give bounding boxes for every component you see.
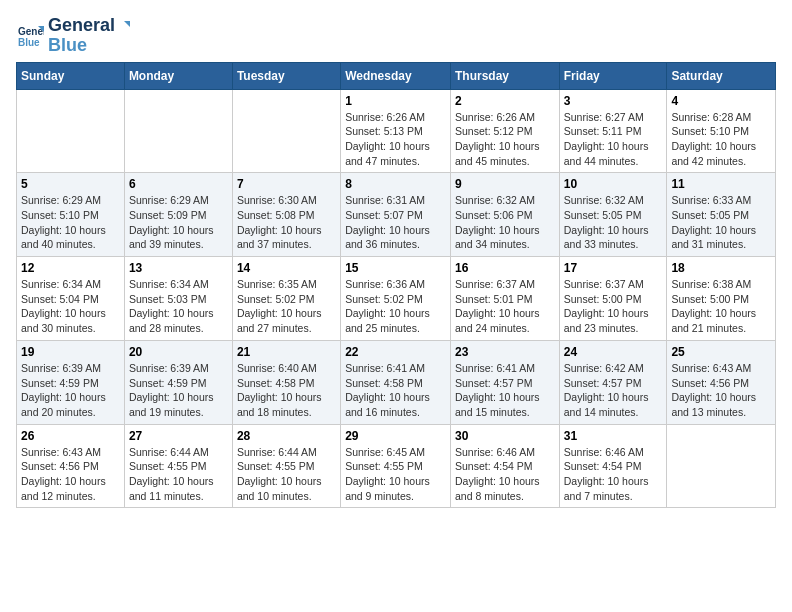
day-cell: 22Sunrise: 6:41 AMSunset: 4:58 PMDayligh…	[341, 340, 451, 424]
day-info: Sunrise: 6:29 AMSunset: 5:09 PMDaylight:…	[129, 193, 228, 252]
day-info: Sunrise: 6:46 AMSunset: 4:54 PMDaylight:…	[455, 445, 555, 504]
header-monday: Monday	[124, 62, 232, 89]
day-cell: 12Sunrise: 6:34 AMSunset: 5:04 PMDayligh…	[17, 257, 125, 341]
day-cell: 21Sunrise: 6:40 AMSunset: 4:58 PMDayligh…	[232, 340, 340, 424]
calendar: SundayMondayTuesdayWednesdayThursdayFrid…	[16, 62, 776, 509]
day-cell: 7Sunrise: 6:30 AMSunset: 5:08 PMDaylight…	[232, 173, 340, 257]
day-cell	[17, 89, 125, 173]
day-number: 8	[345, 177, 446, 191]
day-number: 2	[455, 94, 555, 108]
day-cell: 23Sunrise: 6:41 AMSunset: 4:57 PMDayligh…	[450, 340, 559, 424]
page-header: General Blue General Blue	[16, 16, 776, 56]
week-row-5: 26Sunrise: 6:43 AMSunset: 4:56 PMDayligh…	[17, 424, 776, 508]
day-number: 23	[455, 345, 555, 359]
day-info: Sunrise: 6:33 AMSunset: 5:05 PMDaylight:…	[671, 193, 771, 252]
day-number: 20	[129, 345, 228, 359]
week-row-1: 1Sunrise: 6:26 AMSunset: 5:13 PMDaylight…	[17, 89, 776, 173]
day-cell: 19Sunrise: 6:39 AMSunset: 4:59 PMDayligh…	[17, 340, 125, 424]
day-info: Sunrise: 6:31 AMSunset: 5:07 PMDaylight:…	[345, 193, 446, 252]
day-cell: 3Sunrise: 6:27 AMSunset: 5:11 PMDaylight…	[559, 89, 667, 173]
day-info: Sunrise: 6:26 AMSunset: 5:12 PMDaylight:…	[455, 110, 555, 169]
week-row-2: 5Sunrise: 6:29 AMSunset: 5:10 PMDaylight…	[17, 173, 776, 257]
day-number: 13	[129, 261, 228, 275]
day-cell: 31Sunrise: 6:46 AMSunset: 4:54 PMDayligh…	[559, 424, 667, 508]
day-cell: 25Sunrise: 6:43 AMSunset: 4:56 PMDayligh…	[667, 340, 776, 424]
day-info: Sunrise: 6:44 AMSunset: 4:55 PMDaylight:…	[237, 445, 336, 504]
day-info: Sunrise: 6:43 AMSunset: 4:56 PMDaylight:…	[21, 445, 120, 504]
svg-text:Blue: Blue	[18, 37, 40, 48]
day-number: 24	[564, 345, 663, 359]
logo-icon: General Blue	[16, 22, 44, 50]
day-info: Sunrise: 6:30 AMSunset: 5:08 PMDaylight:…	[237, 193, 336, 252]
day-info: Sunrise: 6:37 AMSunset: 5:01 PMDaylight:…	[455, 277, 555, 336]
day-cell: 28Sunrise: 6:44 AMSunset: 4:55 PMDayligh…	[232, 424, 340, 508]
day-cell: 26Sunrise: 6:43 AMSunset: 4:56 PMDayligh…	[17, 424, 125, 508]
logo-text: General Blue	[48, 16, 130, 56]
calendar-header-row: SundayMondayTuesdayWednesdayThursdayFrid…	[17, 62, 776, 89]
day-number: 15	[345, 261, 446, 275]
day-info: Sunrise: 6:32 AMSunset: 5:05 PMDaylight:…	[564, 193, 663, 252]
day-info: Sunrise: 6:37 AMSunset: 5:00 PMDaylight:…	[564, 277, 663, 336]
header-friday: Friday	[559, 62, 667, 89]
day-cell: 10Sunrise: 6:32 AMSunset: 5:05 PMDayligh…	[559, 173, 667, 257]
day-number: 14	[237, 261, 336, 275]
day-cell: 30Sunrise: 6:46 AMSunset: 4:54 PMDayligh…	[450, 424, 559, 508]
header-thursday: Thursday	[450, 62, 559, 89]
day-cell: 20Sunrise: 6:39 AMSunset: 4:59 PMDayligh…	[124, 340, 232, 424]
day-cell: 11Sunrise: 6:33 AMSunset: 5:05 PMDayligh…	[667, 173, 776, 257]
day-number: 17	[564, 261, 663, 275]
header-sunday: Sunday	[17, 62, 125, 89]
day-number: 19	[21, 345, 120, 359]
day-number: 22	[345, 345, 446, 359]
day-info: Sunrise: 6:39 AMSunset: 4:59 PMDaylight:…	[129, 361, 228, 420]
day-info: Sunrise: 6:38 AMSunset: 5:00 PMDaylight:…	[671, 277, 771, 336]
day-number: 11	[671, 177, 771, 191]
day-number: 16	[455, 261, 555, 275]
day-info: Sunrise: 6:28 AMSunset: 5:10 PMDaylight:…	[671, 110, 771, 169]
day-number: 29	[345, 429, 446, 443]
day-cell	[667, 424, 776, 508]
day-cell: 27Sunrise: 6:44 AMSunset: 4:55 PMDayligh…	[124, 424, 232, 508]
day-cell: 2Sunrise: 6:26 AMSunset: 5:12 PMDaylight…	[450, 89, 559, 173]
week-row-3: 12Sunrise: 6:34 AMSunset: 5:04 PMDayligh…	[17, 257, 776, 341]
day-cell: 15Sunrise: 6:36 AMSunset: 5:02 PMDayligh…	[341, 257, 451, 341]
day-number: 10	[564, 177, 663, 191]
day-cell: 29Sunrise: 6:45 AMSunset: 4:55 PMDayligh…	[341, 424, 451, 508]
day-info: Sunrise: 6:46 AMSunset: 4:54 PMDaylight:…	[564, 445, 663, 504]
day-cell: 6Sunrise: 6:29 AMSunset: 5:09 PMDaylight…	[124, 173, 232, 257]
day-number: 28	[237, 429, 336, 443]
day-number: 5	[21, 177, 120, 191]
day-cell: 8Sunrise: 6:31 AMSunset: 5:07 PMDaylight…	[341, 173, 451, 257]
day-info: Sunrise: 6:29 AMSunset: 5:10 PMDaylight:…	[21, 193, 120, 252]
day-info: Sunrise: 6:26 AMSunset: 5:13 PMDaylight:…	[345, 110, 446, 169]
day-number: 26	[21, 429, 120, 443]
week-row-4: 19Sunrise: 6:39 AMSunset: 4:59 PMDayligh…	[17, 340, 776, 424]
day-info: Sunrise: 6:35 AMSunset: 5:02 PMDaylight:…	[237, 277, 336, 336]
day-number: 30	[455, 429, 555, 443]
day-cell: 16Sunrise: 6:37 AMSunset: 5:01 PMDayligh…	[450, 257, 559, 341]
day-cell: 5Sunrise: 6:29 AMSunset: 5:10 PMDaylight…	[17, 173, 125, 257]
logo: General Blue General Blue	[16, 16, 130, 56]
day-cell: 4Sunrise: 6:28 AMSunset: 5:10 PMDaylight…	[667, 89, 776, 173]
day-cell: 1Sunrise: 6:26 AMSunset: 5:13 PMDaylight…	[341, 89, 451, 173]
svg-marker-4	[124, 21, 130, 27]
day-cell: 17Sunrise: 6:37 AMSunset: 5:00 PMDayligh…	[559, 257, 667, 341]
day-number: 21	[237, 345, 336, 359]
day-number: 9	[455, 177, 555, 191]
day-cell: 24Sunrise: 6:42 AMSunset: 4:57 PMDayligh…	[559, 340, 667, 424]
day-info: Sunrise: 6:34 AMSunset: 5:03 PMDaylight:…	[129, 277, 228, 336]
day-number: 4	[671, 94, 771, 108]
day-number: 6	[129, 177, 228, 191]
day-info: Sunrise: 6:40 AMSunset: 4:58 PMDaylight:…	[237, 361, 336, 420]
day-info: Sunrise: 6:45 AMSunset: 4:55 PMDaylight:…	[345, 445, 446, 504]
header-tuesday: Tuesday	[232, 62, 340, 89]
day-number: 18	[671, 261, 771, 275]
day-info: Sunrise: 6:27 AMSunset: 5:11 PMDaylight:…	[564, 110, 663, 169]
day-cell	[232, 89, 340, 173]
day-number: 27	[129, 429, 228, 443]
day-info: Sunrise: 6:36 AMSunset: 5:02 PMDaylight:…	[345, 277, 446, 336]
day-info: Sunrise: 6:43 AMSunset: 4:56 PMDaylight:…	[671, 361, 771, 420]
header-wednesday: Wednesday	[341, 62, 451, 89]
day-number: 7	[237, 177, 336, 191]
day-info: Sunrise: 6:41 AMSunset: 4:57 PMDaylight:…	[455, 361, 555, 420]
